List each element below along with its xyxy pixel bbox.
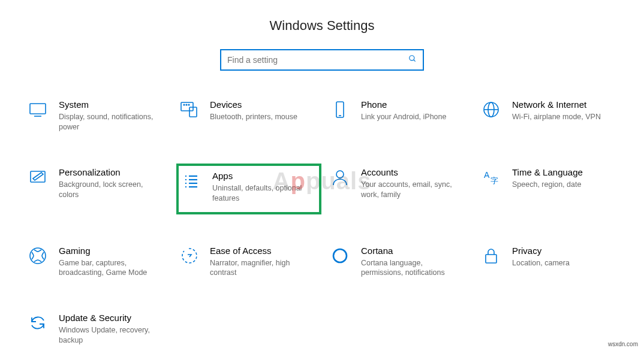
svg-rect-28 (486, 255, 496, 263)
tile-phone[interactable]: Phone Link your Android, iPhone (327, 96, 473, 136)
svg-point-0 (410, 56, 414, 60)
svg-text:A: A (484, 170, 490, 180)
svg-rect-2 (30, 104, 46, 114)
svg-point-8 (188, 104, 189, 105)
search-icon (408, 55, 417, 65)
tile-desc: Narrator, magnifier, high contrast (210, 258, 312, 279)
tile-title: Cortana (361, 246, 463, 256)
tile-desc: Background, lock screen, colors (59, 180, 161, 200)
network-icon (481, 99, 501, 120)
devices-icon (179, 99, 199, 120)
accounts-icon (330, 167, 350, 187)
svg-rect-9 (336, 102, 344, 117)
page-title: Windows Settings (0, 18, 644, 34)
tile-desc: Cortana language, permissions, notificat… (361, 258, 463, 279)
search-input[interactable] (221, 50, 423, 69)
personalization-icon (28, 167, 48, 187)
tile-title: Apps (212, 171, 314, 181)
tile-time-language[interactable]: A字 Time & Language Speech, region, date (479, 164, 624, 214)
tile-network[interactable]: Network & Internet Wi-Fi, airplane mode,… (479, 96, 624, 136)
tile-system[interactable]: System Display, sound, notifications, po… (25, 96, 170, 136)
tile-desc: Location, camera (512, 258, 570, 268)
tile-update-security[interactable]: Update & Security Windows Update, recove… (25, 309, 170, 349)
tile-desc: Display, sound, notifications, power (59, 112, 161, 132)
tile-desc: Speech, region, date (512, 180, 583, 190)
tile-title: System (59, 99, 161, 110)
apps-icon (181, 171, 201, 191)
tile-desc: Wi-Fi, airplane mode, VPN (512, 112, 601, 122)
svg-point-27 (333, 249, 347, 262)
search-container (0, 49, 644, 71)
attribution-text: wsxdn.com (608, 341, 638, 347)
tile-title: Phone (361, 99, 446, 110)
privacy-icon (481, 246, 501, 266)
svg-point-7 (186, 104, 187, 105)
tile-desc: Link your Android, iPhone (361, 112, 446, 122)
svg-line-1 (414, 60, 416, 62)
tile-title: Devices (210, 99, 297, 110)
ease-of-access-icon (179, 246, 199, 266)
tile-title: Ease of Access (210, 246, 312, 256)
svg-point-26 (30, 248, 46, 264)
tile-title: Accounts (361, 167, 463, 178)
svg-rect-14 (31, 171, 45, 182)
tile-title: Privacy (512, 246, 570, 256)
tile-title: Personalization (59, 167, 161, 178)
tile-desc: Windows Update, recovery, backup (59, 325, 161, 346)
tile-apps[interactable]: Apps Uninstall, defaults, optional featu… (176, 164, 321, 214)
tile-desc: Uninstall, defaults, optional features (212, 183, 314, 204)
tile-desc: Bluetooth, printers, mouse (210, 112, 297, 122)
svg-point-23 (336, 171, 344, 178)
tile-ease-of-access[interactable]: Ease of Access Narrator, magnifier, high… (176, 242, 321, 282)
svg-point-6 (183, 104, 185, 105)
gaming-icon (28, 246, 48, 266)
tile-personalization[interactable]: Personalization Background, lock screen,… (25, 164, 170, 214)
phone-icon (330, 99, 350, 120)
tile-accounts[interactable]: Accounts Your accounts, email, sync, wor… (327, 164, 473, 214)
system-icon (28, 99, 48, 120)
time-language-icon: A字 (481, 167, 501, 187)
tile-title: Network & Internet (512, 99, 601, 110)
svg-rect-4 (181, 102, 193, 111)
search-box[interactable] (220, 49, 424, 71)
cortana-icon (330, 246, 350, 266)
tile-title: Time & Language (512, 167, 583, 178)
tile-title: Gaming (59, 246, 161, 256)
svg-text:字: 字 (490, 176, 498, 185)
tile-desc: Game bar, captures, broadcasting, Game M… (59, 258, 161, 279)
tile-gaming[interactable]: Gaming Game bar, captures, broadcasting,… (25, 242, 170, 282)
settings-grid: System Display, sound, notifications, po… (0, 96, 644, 349)
tile-title: Update & Security (59, 313, 161, 323)
tile-devices[interactable]: Devices Bluetooth, printers, mouse (176, 96, 321, 136)
tile-desc: Your accounts, email, sync, work, family (361, 180, 463, 200)
update-security-icon (28, 313, 48, 333)
tile-cortana[interactable]: Cortana Cortana language, permissions, n… (327, 242, 473, 282)
tile-privacy[interactable]: Privacy Location, camera (479, 242, 624, 282)
